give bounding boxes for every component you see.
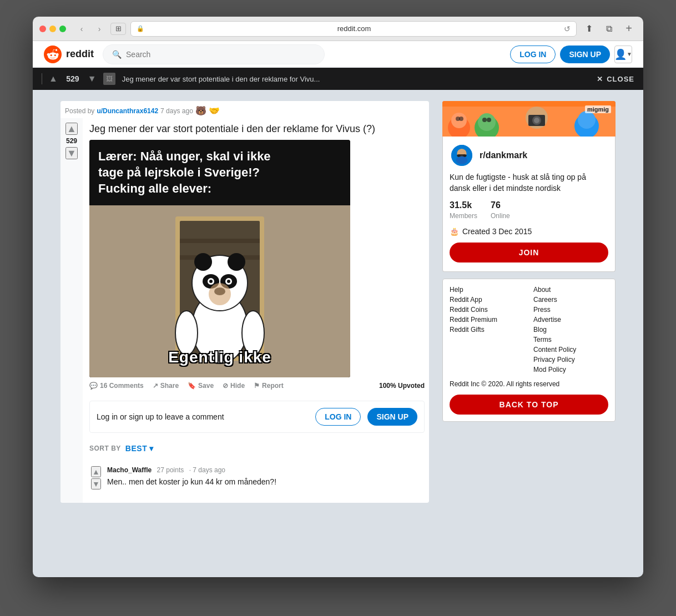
close-window-button[interactable] xyxy=(39,26,46,32)
footer-link-privacy-policy[interactable]: Privacy Policy xyxy=(533,356,608,363)
minimize-window-button[interactable] xyxy=(49,26,56,32)
post-time: 7 days ago xyxy=(160,107,193,115)
footer-link-mod-policy[interactable]: Mod Policy xyxy=(533,366,608,373)
footer-link-reddit-premium[interactable]: Reddit Premium xyxy=(450,316,524,324)
titlebar: ‹ › ⊞ 🔒 reddit.com ↺ ⬆ ⧉ + xyxy=(33,17,643,41)
footer-link-help[interactable]: Help xyxy=(450,286,524,294)
comments-count: 16 Comments xyxy=(100,382,144,390)
user-menu-button[interactable]: 👤 ▼ xyxy=(614,46,632,63)
online-stat: 76 Online xyxy=(491,200,510,220)
comment-meta: Macho_Waffle 27 points · 7 days ago xyxy=(107,466,425,474)
footer-link-blog[interactable]: Blog xyxy=(533,326,608,334)
report-post-button[interactable]: ⚑ Report xyxy=(254,382,284,390)
post-content: Jeg mener der var stort potentiale i den… xyxy=(83,118,429,503)
sort-bar: SORT BY BEST ▾ xyxy=(89,440,425,457)
sidebar-toggle-button[interactable]: ⊞ xyxy=(110,23,126,35)
footer-link-reddit-coins[interactable]: Reddit Coins xyxy=(450,306,524,314)
svg-rect-45 xyxy=(460,155,463,156)
reddit-header: reddit 🔍 LOG IN SIGN UP 👤 ▼ xyxy=(33,41,643,68)
subreddit-card: r/dankmark Kun de fugtigste - husk at sl… xyxy=(442,137,616,272)
svg-point-13 xyxy=(228,253,245,271)
meme-image-container: Egentlig ikke xyxy=(89,205,350,377)
comment-login-button[interactable]: LOG IN xyxy=(315,408,361,426)
online-count: 76 xyxy=(491,200,510,210)
svg-point-28 xyxy=(459,117,463,121)
subreddit-name[interactable]: r/dankmark xyxy=(480,150,527,160)
svg-point-36 xyxy=(534,118,539,123)
upvote-percent: 100% Upvoted xyxy=(379,382,425,390)
created-label: Created 3 Dec 2015 xyxy=(462,227,532,236)
content-inner: Posted by u/Duncanthrax6142 7 days ago 🐻… xyxy=(60,101,616,503)
post-author[interactable]: u/Duncanthrax6142 xyxy=(97,107,158,115)
login-button[interactable]: LOG IN xyxy=(510,46,556,63)
postbar-upvote-button[interactable]: ▲ xyxy=(49,74,58,84)
share-icon: ↗ xyxy=(153,382,158,390)
comment-vote-col: ▲ ▼ xyxy=(89,466,103,489)
comment-downvote-button[interactable]: ▼ xyxy=(91,478,101,489)
svg-point-30 xyxy=(478,113,496,131)
comment-login-box: Log in or sign up to leave a comment LOG… xyxy=(89,401,425,433)
user-menu-chevron: ▼ xyxy=(627,51,632,57)
maximize-window-button[interactable] xyxy=(59,26,66,32)
comment-time: · 7 days ago xyxy=(189,466,225,474)
svg-point-19 xyxy=(227,280,230,283)
sort-by-label: SORT BY xyxy=(89,445,121,452)
save-post-button[interactable]: 🔖 Save xyxy=(188,382,214,390)
banner-text: migmig xyxy=(585,105,611,113)
reddit-wordmark: reddit xyxy=(66,48,94,60)
footer-link-reddit-app[interactable]: Reddit App xyxy=(450,296,524,304)
online-label: Online xyxy=(491,212,510,220)
svg-rect-43 xyxy=(457,154,460,156)
url-bar[interactable]: 🔒 reddit.com ↺ xyxy=(130,21,577,37)
close-button[interactable]: ✕ CLOSE xyxy=(597,75,634,83)
subreddit-description: Kun de fugtigste - husk at slå ting op p… xyxy=(450,172,608,194)
share-post-button[interactable]: ↗ Share xyxy=(153,382,179,390)
footer-link-terms[interactable]: Terms xyxy=(533,336,608,344)
report-label: Report xyxy=(262,382,284,390)
subreddit-stats: 31.5k Members 76 Online xyxy=(450,200,608,220)
post-bar-divider xyxy=(42,73,42,84)
comment-upvote-button[interactable]: ▲ xyxy=(91,466,101,477)
share-button[interactable]: ⬆ xyxy=(581,23,597,35)
reddit-logo[interactable]: reddit xyxy=(44,46,94,63)
footer-link-careers[interactable]: Careers xyxy=(533,296,608,304)
footer-links: Help About Reddit App Careers Reddit Coi… xyxy=(450,286,608,373)
join-button[interactable]: JOIN xyxy=(450,243,608,262)
back-to-top-button[interactable]: BACK TO TOP xyxy=(450,395,608,415)
add-tab-button[interactable]: + xyxy=(621,23,637,35)
subreddit-header: r/dankmark xyxy=(450,143,608,168)
hide-post-button[interactable]: ⊘ Hide xyxy=(223,382,245,390)
post-bar: ▲ 529 ▼ 🖼 Jeg mener der var stort potent… xyxy=(33,68,643,90)
lock-icon: 🔒 xyxy=(137,25,144,32)
search-input[interactable] xyxy=(126,50,315,59)
postbar-downvote-button[interactable]: ▼ xyxy=(88,74,97,84)
forward-button[interactable]: › xyxy=(93,22,106,36)
back-button[interactable]: ‹ xyxy=(75,22,88,36)
search-bar[interactable]: 🔍 xyxy=(103,44,325,64)
post-actions: 💬 16 Comments ↗ Share 🔖 Save xyxy=(89,377,425,394)
footer-card: Help About Reddit App Careers Reddit Coi… xyxy=(442,279,616,422)
comment-signup-button[interactable]: SIGN UP xyxy=(367,408,417,426)
subreddit-banner: migmig xyxy=(442,101,616,137)
reload-button[interactable]: ↺ xyxy=(564,24,571,33)
downvote-button[interactable]: ▼ xyxy=(65,147,78,159)
svg-rect-44 xyxy=(463,154,467,156)
footer-link-reddit-gifts[interactable]: Reddit Gifts xyxy=(450,326,524,334)
post-card: Posted by u/Duncanthrax6142 7 days ago 🐻… xyxy=(60,101,429,503)
comment-author[interactable]: Macho_Waffle xyxy=(107,466,152,474)
vote-column: ▲ 529 ▼ xyxy=(60,118,83,503)
upvote-button[interactable]: ▲ xyxy=(65,123,78,135)
footer-link-content-policy[interactable]: Content Policy xyxy=(533,346,608,354)
sort-select[interactable]: BEST ▾ xyxy=(125,444,154,453)
footer-link-press[interactable]: Press xyxy=(533,306,608,314)
post-title: Jeg mener der var stort potentiale i den… xyxy=(89,123,425,135)
footer-link-about[interactable]: About xyxy=(533,286,608,294)
footer-link-advertise[interactable]: Advertise xyxy=(533,316,608,324)
created-row: 🎂 Created 3 Dec 2015 xyxy=(450,227,608,236)
new-tab-button[interactable]: ⧉ xyxy=(601,23,617,35)
meme-line3: Fucking alle elever: xyxy=(98,181,211,195)
browser-window: ‹ › ⊞ 🔒 reddit.com ↺ ⬆ ⧉ + reddit 🔍 LOG … xyxy=(33,17,643,577)
signup-button[interactable]: SIGN UP xyxy=(560,46,610,63)
comments-button[interactable]: 💬 16 Comments xyxy=(89,382,144,390)
snoo-icon xyxy=(44,46,62,63)
